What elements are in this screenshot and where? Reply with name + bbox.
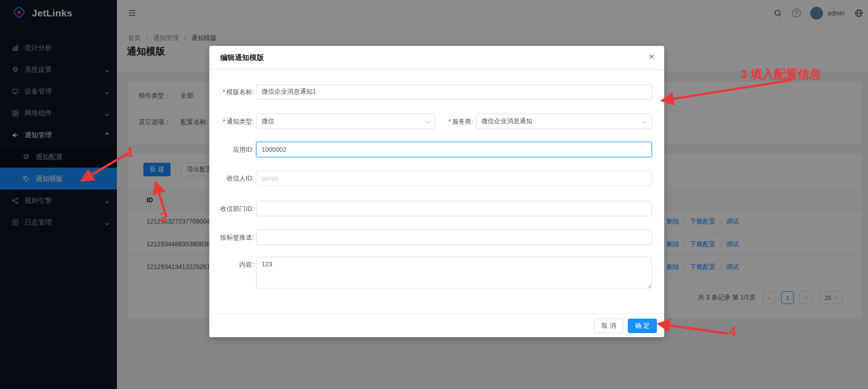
- tag-push-input[interactable]: [256, 229, 652, 245]
- form-row-app-id: 应用ID:: [209, 142, 664, 157]
- close-icon[interactable]: ✕: [647, 53, 656, 62]
- app-screen: JetLinks 统计分析 ⚙ 系统设置 设备管理: [0, 0, 868, 389]
- modal-footer: 取 消 确 定: [209, 314, 664, 337]
- template-name-label: *模版名称:: [209, 84, 254, 100]
- content-label: 内容:: [209, 257, 254, 272]
- provider-select[interactable]: 微信企业消息通知: [476, 114, 652, 129]
- modal-header: 编辑通知模版 ✕: [209, 46, 664, 70]
- chevron-down-icon: [425, 119, 430, 125]
- notify-type-select[interactable]: 微信: [256, 114, 435, 129]
- modal-title: 编辑通知模版: [220, 46, 264, 70]
- chevron-down-icon: [642, 119, 647, 125]
- form-row-receiver-id: 收信人ID:: [209, 170, 664, 186]
- cancel-button[interactable]: 取 消: [594, 319, 623, 333]
- receiver-dept-label: 收信部门ID:: [209, 201, 254, 216]
- app-id-input[interactable]: [256, 142, 652, 157]
- edit-template-modal: 编辑通知模版 ✕ *模版名称: *通知类型: 微信 *服务商: 微信企业消息通知…: [209, 46, 664, 337]
- receiver-id-input[interactable]: [256, 170, 652, 186]
- template-name-input[interactable]: [256, 84, 652, 100]
- form-row-content: 内容: 123: [209, 257, 664, 289]
- provider-label: *服务商:: [436, 114, 473, 129]
- required-asterisk: *: [223, 118, 225, 125]
- provider-value: 微信企业消息通知: [481, 117, 532, 125]
- content-textarea[interactable]: 123: [256, 257, 652, 289]
- form-row-receiver-dept: 收信部门ID:: [209, 201, 664, 216]
- notify-type-value: 微信: [262, 117, 274, 125]
- confirm-button[interactable]: 确 定: [628, 319, 657, 333]
- form-row-template-name: *模版名称:: [209, 84, 664, 100]
- form-row-type-provider: *通知类型: 微信 *服务商: 微信企业消息通知: [209, 114, 664, 129]
- receiver-dept-input[interactable]: [256, 201, 652, 216]
- form-row-tag-push: 按标签推送:: [209, 229, 664, 245]
- tag-push-label: 按标签推送:: [209, 229, 254, 245]
- required-asterisk: *: [223, 88, 225, 95]
- receiver-id-label: 收信人ID:: [209, 170, 254, 186]
- notify-type-label: *通知类型:: [209, 114, 254, 129]
- app-id-label: 应用ID:: [209, 142, 254, 157]
- required-asterisk: *: [449, 118, 451, 125]
